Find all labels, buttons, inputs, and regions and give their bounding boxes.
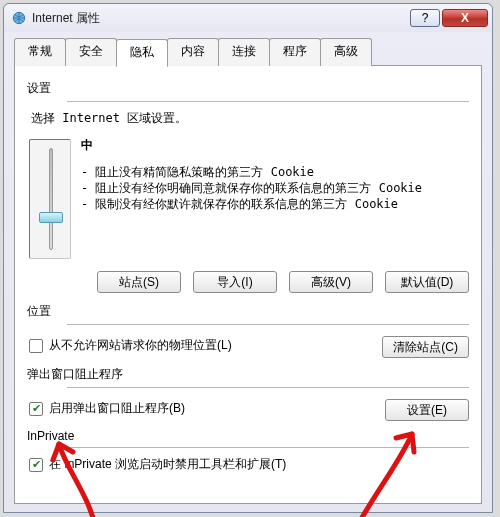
- annotation-arrow-left: [47, 436, 117, 517]
- popup-settings-button[interactable]: 设置(E): [385, 399, 469, 421]
- tab-security[interactable]: 安全: [65, 38, 117, 66]
- slider-thumb[interactable]: [39, 212, 63, 223]
- location-checkbox[interactable]: [29, 339, 43, 353]
- tab-content[interactable]: 内容: [167, 38, 219, 66]
- location-label: 位置: [27, 303, 469, 320]
- settings-label: 设置: [27, 80, 469, 97]
- tab-programs[interactable]: 程序: [269, 38, 321, 66]
- clear-sites-button[interactable]: 清除站点(C): [382, 336, 469, 358]
- tab-general[interactable]: 常规: [14, 38, 66, 66]
- divider: [67, 324, 469, 325]
- popup-blocker-label: 启用弹出窗口阻止程序(B): [49, 400, 185, 417]
- inprivate-checkbox-label: 在 InPrivate 浏览启动时禁用工具栏和扩展(T): [49, 456, 286, 473]
- globe-icon: [12, 11, 26, 25]
- advanced-button[interactable]: 高级(V): [289, 271, 373, 293]
- divider: [67, 387, 469, 388]
- popup-label: 弹出窗口阻止程序: [27, 366, 469, 383]
- privacy-description: 中 阻止没有精简隐私策略的第三方 Cookie 阻止没有经你明确同意就保存你的联…: [81, 137, 469, 259]
- popup-blocker-checkbox[interactable]: [29, 402, 43, 416]
- tab-privacy[interactable]: 隐私: [116, 39, 168, 67]
- help-button[interactable]: ?: [410, 9, 440, 27]
- zone-text: 选择 Internet 区域设置。: [31, 110, 469, 127]
- default-button[interactable]: 默认值(D): [385, 271, 469, 293]
- divider: [67, 447, 469, 448]
- privacy-level: 中: [81, 137, 469, 154]
- privacy-slider[interactable]: [29, 139, 71, 259]
- tab-advanced[interactable]: 高级: [320, 38, 372, 66]
- sites-button[interactable]: 站点(S): [97, 271, 181, 293]
- inprivate-checkbox[interactable]: [29, 458, 43, 472]
- window-title: Internet 属性: [32, 10, 408, 27]
- tab-bar: 常规 安全 隐私 内容 连接 程序 高级: [14, 38, 482, 66]
- titlebar: Internet 属性 ? X: [4, 4, 492, 32]
- privacy-bullet: 限制没有经你默许就保存你的联系信息的第三方 Cookie: [81, 196, 469, 212]
- privacy-bullet: 阻止没有经你明确同意就保存你的联系信息的第三方 Cookie: [81, 180, 469, 196]
- inprivate-label: InPrivate: [27, 429, 469, 443]
- import-button[interactable]: 导入(I): [193, 271, 277, 293]
- location-checkbox-label: 从不允许网站请求你的物理位置(L): [49, 337, 232, 354]
- tab-panel: 设置 选择 Internet 区域设置。 中 阻止没有精简隐私策略的第三方 Co…: [14, 65, 482, 504]
- divider: [67, 101, 469, 102]
- close-button[interactable]: X: [442, 9, 488, 27]
- tab-connections[interactable]: 连接: [218, 38, 270, 66]
- privacy-bullet: 阻止没有精简隐私策略的第三方 Cookie: [81, 164, 469, 180]
